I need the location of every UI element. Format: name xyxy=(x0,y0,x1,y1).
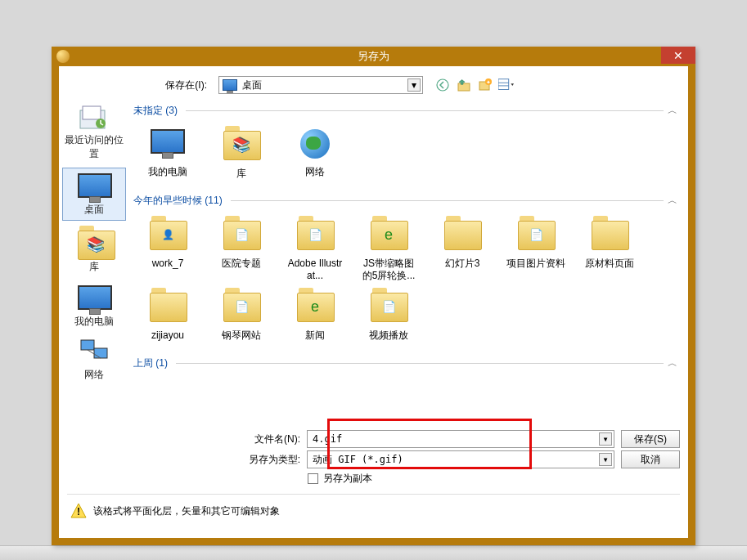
libraries-icon: 📚 xyxy=(78,231,110,258)
group-items: 我的电脑 📚 库 网络 xyxy=(133,121,683,189)
file-item[interactable]: 📄 医院专题 xyxy=(212,217,271,281)
file-item[interactable]: 📄 项目图片资料 xyxy=(506,217,565,281)
file-item[interactable]: 👤 work_7 xyxy=(138,217,197,281)
chevron-up-icon[interactable]: ︿ xyxy=(665,356,680,370)
sidebar-item-recent[interactable]: 最近访问的位置 xyxy=(62,101,126,164)
file-item[interactable]: 幻灯片3 xyxy=(433,217,492,281)
sidebar-item-label: 网络 xyxy=(62,368,126,382)
divider xyxy=(186,110,664,111)
file-label: 新闻 xyxy=(286,329,344,341)
save-in-label: 保存在(I): xyxy=(69,78,212,92)
save-button[interactable]: 保存(S) xyxy=(621,430,680,448)
view-menu-icon[interactable] xyxy=(498,77,515,93)
sidebar-item-libraries[interactable]: 📚 库 xyxy=(62,224,126,277)
close-button[interactable]: ✕ xyxy=(661,47,695,64)
file-label: 视频播放 xyxy=(359,329,418,341)
folder-icon: 📄 xyxy=(516,221,556,255)
sidebar-item-network[interactable]: 网络 xyxy=(62,335,126,385)
sidebar-item-computer[interactable]: 我的电脑 xyxy=(62,280,126,332)
libraries-folder-icon: 📚 xyxy=(222,131,261,165)
file-label: 我的电脑 xyxy=(138,166,197,177)
cancel-button[interactable]: 取消 xyxy=(621,450,680,468)
chevron-up-icon[interactable]: ︿ xyxy=(665,104,680,119)
file-label: 项目图片资料 xyxy=(506,258,565,269)
top-row: 保存在(I): 桌面 ▾ ✦ xyxy=(59,73,688,99)
svg-rect-5 xyxy=(498,79,509,90)
type-value: 动画 GIF (*.gif) xyxy=(313,453,403,467)
chevron-up-icon[interactable]: ︿ xyxy=(665,194,680,208)
location-select[interactable]: 桌面 ▾ xyxy=(218,76,423,94)
file-label: 幻灯片3 xyxy=(433,258,492,269)
back-icon[interactable] xyxy=(434,77,451,93)
save-copy-row: 另存为副本 xyxy=(308,472,680,486)
svg-point-0 xyxy=(437,79,448,91)
file-label: 库 xyxy=(212,168,271,179)
sidebar-item-label: 我的电脑 xyxy=(62,315,126,329)
user-folder-icon: 👤 xyxy=(148,221,187,255)
svg-rect-11 xyxy=(81,340,94,350)
folder-icon: 📄 xyxy=(222,293,261,327)
group-title: 上周 (1) xyxy=(133,356,168,370)
file-item[interactable]: 📄 Adobe Illustrat... xyxy=(286,217,344,281)
file-label: 原材料页面 xyxy=(580,258,639,269)
file-item[interactable]: e 新闻 xyxy=(286,289,344,341)
warning-icon: ! xyxy=(70,503,87,519)
group-header[interactable]: 未指定 (3) ︿ xyxy=(133,99,683,121)
type-label: 另存为类型: xyxy=(231,453,300,467)
chevron-down-icon: ▾ xyxy=(599,432,612,446)
filename-row: 文件名(N): 4.gif ▾ 保存(S) xyxy=(231,430,680,448)
new-folder-icon[interactable]: ✦ xyxy=(477,77,493,93)
sidebar-item-label: 最近访问的位置 xyxy=(62,133,126,161)
network-icon xyxy=(78,338,110,366)
file-item-libraries[interactable]: 📚 库 xyxy=(212,128,271,179)
app-icon xyxy=(56,50,70,63)
close-icon: ✕ xyxy=(673,49,683,62)
chevron-down-icon: ▾ xyxy=(599,453,612,466)
file-item-network[interactable]: 网络 xyxy=(286,128,344,179)
folder-icon: 📄 xyxy=(369,293,408,327)
sidebar-item-desktop[interactable]: 桌面 xyxy=(62,168,126,221)
file-item-computer[interactable]: 我的电脑 xyxy=(138,128,197,179)
save-copy-checkbox[interactable] xyxy=(308,473,318,484)
group-title: 未指定 (3) xyxy=(133,104,178,118)
file-label: JS带缩略图的5屏轮换... xyxy=(359,258,418,281)
file-item[interactable]: e JS带缩略图的5屏轮换... xyxy=(359,217,418,281)
file-view: 未指定 (3) ︿ 我的电脑 📚 库 网络 xyxy=(128,99,688,423)
group-header[interactable]: 今年的早些时候 (11) ︿ xyxy=(133,189,683,211)
folder-e-icon: e xyxy=(295,293,335,327)
type-select[interactable]: 动画 GIF (*.gif) ▾ xyxy=(307,450,614,468)
toolbar: ✦ xyxy=(434,77,515,93)
sidebar-item-label: 库 xyxy=(62,260,126,274)
sidebar: 最近访问的位置 桌面 📚 库 我的电脑 xyxy=(59,99,128,423)
network-icon xyxy=(295,129,335,164)
file-label: Adobe Illustrat... xyxy=(286,258,344,281)
up-icon[interactable] xyxy=(456,77,472,93)
bottom-panel: 文件名(N): 4.gif ▾ 保存(S) 另存为类型: 动画 GIF (*.g… xyxy=(59,423,688,531)
folder-icon xyxy=(148,293,187,327)
svg-rect-9 xyxy=(83,106,101,119)
desktop-icon xyxy=(223,79,237,91)
body: 最近访问的位置 桌面 📚 库 我的电脑 xyxy=(59,99,688,423)
filename-label: 文件名(N): xyxy=(231,432,300,446)
warning-row: ! 该格式将平面化层，矢量和其它可编辑对象 xyxy=(67,494,680,526)
computer-icon xyxy=(148,129,187,164)
filename-value: 4.gif xyxy=(313,433,342,445)
file-item[interactable]: 📄 视频播放 xyxy=(359,289,418,341)
file-item[interactable]: zijiayou xyxy=(138,289,197,341)
save-as-dialog: 另存为 ✕ 保存在(I): 桌面 ▾ ✦ xyxy=(52,47,695,545)
recent-places-icon xyxy=(78,104,110,132)
file-item[interactable]: 原材料页面 xyxy=(580,217,639,281)
filename-input[interactable]: 4.gif ▾ xyxy=(307,430,614,448)
file-label: 钢琴网站 xyxy=(212,329,271,341)
svg-text:!: ! xyxy=(77,506,80,517)
svg-rect-1 xyxy=(458,83,470,91)
file-item[interactable]: 📄 钢琴网站 xyxy=(212,289,271,341)
app-status-bar xyxy=(0,545,747,560)
svg-text:✦: ✦ xyxy=(486,79,491,85)
file-label: zijiayou xyxy=(138,329,197,341)
dialog-title: 另存为 xyxy=(358,49,389,64)
folder-icon: 📄 xyxy=(295,221,335,255)
group-title: 今年的早些时候 (11) xyxy=(133,194,223,208)
group-header[interactable]: 上周 (1) ︿ xyxy=(133,352,683,374)
svg-rect-12 xyxy=(94,348,107,358)
